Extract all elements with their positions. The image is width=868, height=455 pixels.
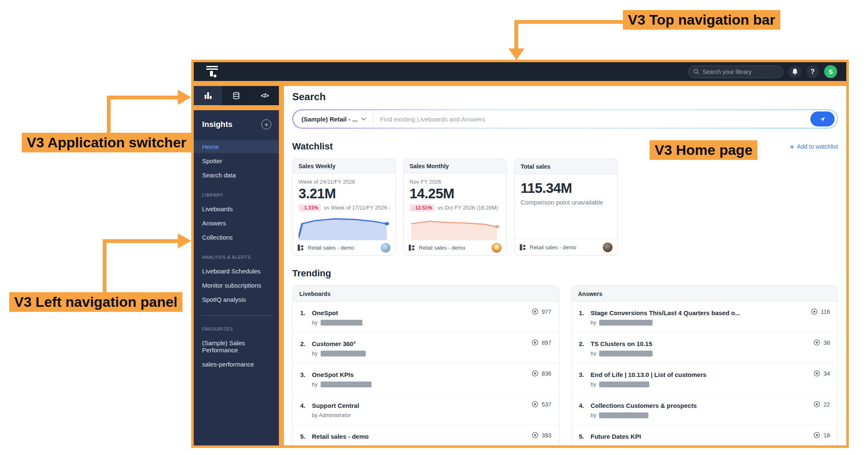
view-count: 897: [542, 339, 551, 346]
annotation-box-home: Search (Sample) Retail - ...: [281, 83, 849, 448]
annotation-arrow-leftnav-v: [103, 239, 106, 292]
app-tab-developer[interactable]: [251, 86, 279, 105]
view-count: 18: [823, 432, 830, 439]
sidebar-item-search-data[interactable]: Search data: [194, 169, 279, 182]
sidebar-item-answers[interactable]: Answers: [194, 217, 279, 230]
avatar-initial: S: [828, 68, 833, 75]
search-input[interactable]: [380, 116, 810, 123]
chevron-down-icon: [361, 117, 366, 121]
sidebar-section-analysis-alerts: ANALYSIS & ALERTS: [194, 255, 279, 260]
eye-icon: [531, 339, 539, 346]
sidebar-item-sample-sales-performance[interactable]: (Sample) Sales Performance: [194, 336, 279, 356]
redacted-author: [599, 412, 648, 418]
card-note: Comparison point unavailable: [521, 199, 612, 206]
author-avatar: [381, 243, 390, 253]
sidebar-title: Insights: [202, 120, 233, 129]
annotation-label-app-switcher: V3 Application switcher: [22, 133, 191, 152]
card-source: Retail sales - demo: [530, 244, 599, 250]
delta-badge: 12.51%: [410, 204, 435, 212]
card-value: 3.21M: [299, 186, 390, 202]
app-tab-data[interactable]: [222, 86, 251, 105]
search-section-heading: Search: [292, 91, 838, 103]
notifications-button[interactable]: [788, 65, 801, 78]
trending-list-item[interactable]: 5. Future Dates KPI 18: [572, 425, 838, 447]
card-compare: vs Week of 17/11/FY 2026 (3.26M): [324, 205, 390, 211]
thoughtspot-logo-icon[interactable]: [205, 65, 220, 78]
trending-list-item[interactable]: 2. Customer 360° 897 by: [293, 333, 559, 364]
delta-badge: 1.31%: [299, 204, 321, 212]
liveboard-icon: [298, 245, 304, 251]
search-icon: [693, 68, 699, 75]
eye-icon: [813, 401, 820, 408]
left-navigation-panel: Insights + Home Spotter Search data LIBR…: [194, 110, 279, 445]
database-icon: [233, 92, 240, 100]
watchlist-card-sales-weekly[interactable]: Sales Weekly Week of 24/11/FY 2026 3.21M…: [292, 159, 396, 255]
eye-icon: [531, 370, 539, 377]
liveboard-icon: [520, 244, 526, 250]
add-to-watchlist-label: Add to watchlist: [797, 143, 838, 150]
sidebar-item-collections[interactable]: Collections: [194, 231, 279, 244]
trending-list-item[interactable]: 4. Collections Customers & prospects 22 …: [572, 394, 838, 425]
view-count: 116: [821, 308, 830, 315]
card-value: 115.34M: [521, 180, 612, 196]
trending-answers-panel: Answers 1. Stage Conversions This/Last 4…: [571, 286, 838, 447]
card-compare: vs Oct FY 2026 (16.28M): [438, 205, 498, 211]
watchlist-card-total-sales[interactable]: Total sales 115.34M Comparison point una…: [514, 159, 618, 255]
help-button[interactable]: ?: [806, 65, 819, 78]
card-title: Total sales: [515, 159, 617, 174]
watchlist-card-sales-monthly[interactable]: Sales Monthly Nov FY 2026 14.25M 12.51% …: [403, 159, 507, 255]
library-search-box[interactable]: [688, 66, 783, 78]
datasource-selector[interactable]: (Sample) Retail - ...: [301, 116, 366, 123]
search-go-button[interactable]: [810, 111, 835, 126]
view-count: 977: [542, 308, 551, 315]
help-icon: ?: [811, 68, 815, 76]
user-avatar[interactable]: S: [824, 65, 837, 78]
add-new-button[interactable]: +: [261, 119, 271, 129]
app-tab-insights[interactable]: [194, 86, 222, 105]
redacted-author: [321, 351, 366, 356]
annotation-label-home-page: V3 Home page: [650, 140, 757, 160]
annotation-arrowhead-switcher: [178, 90, 191, 105]
trending-list-item[interactable]: 5. Retail sales - demo 393: [293, 425, 559, 447]
view-count: 22: [823, 401, 830, 408]
trending-list-item[interactable]: 4. Support Central 537 by Administrator: [293, 394, 559, 425]
annotation-arrow-leftnav-h: [103, 239, 180, 243]
redacted-author: [321, 320, 362, 326]
card-title: Sales Weekly: [293, 159, 395, 174]
trending-panels: Liveboards 1. OneSpot 977 by 2. Customer…: [292, 286, 838, 447]
card-period: Week of 24/11/FY 2026: [299, 179, 390, 185]
trending-list-item[interactable]: 1. Stage Conversions This/Last 4 Quarter…: [572, 302, 838, 333]
add-to-watchlist-button[interactable]: Add to watchlist: [790, 143, 838, 150]
sidebar-item-spotiq-analysis[interactable]: SpotIQ analysis: [194, 293, 279, 306]
sparkline-chart: [299, 216, 390, 240]
panel-title: Liveboards: [293, 286, 559, 302]
card-value: 14.25M: [410, 186, 501, 202]
sidebar-item-monitor-subscriptions[interactable]: Monitor subscriptions: [194, 279, 279, 292]
trending-list-item[interactable]: 2. TS Clusters on 10.15 38 by: [572, 333, 838, 364]
trending-list-item[interactable]: 3. OneSpot KPIs 836 by: [293, 364, 559, 394]
sidebar-item-home[interactable]: Home: [194, 140, 279, 153]
send-arrow-icon: [819, 116, 826, 123]
home-page: Search (Sample) Retail - ...: [284, 86, 846, 445]
trending-list-item[interactable]: 1. OneSpot 977 by: [293, 302, 559, 333]
sidebar-item-sales-performance[interactable]: sales-performance: [194, 358, 279, 371]
author-label: by Administrator: [312, 412, 351, 418]
redacted-author: [599, 320, 653, 326]
eye-icon: [813, 370, 820, 377]
sidebar-section-library: LIBRARY: [194, 192, 279, 197]
sidebar-item-liveboards[interactable]: Liveboards: [194, 202, 279, 215]
trending-list-item[interactable]: 3. End of Life | 10.13.0 | List of custo…: [572, 364, 838, 394]
eye-icon: [531, 401, 539, 408]
library-search-input[interactable]: [702, 68, 778, 75]
sidebar-item-spotter[interactable]: Spotter: [194, 154, 279, 167]
redacted-author: [599, 382, 649, 387]
searchbar-divider: [373, 114, 373, 124]
down-arrow-icon: [412, 205, 415, 211]
eye-icon: [531, 432, 539, 439]
eye-icon: [813, 432, 820, 439]
sidebar-item-liveboard-schedules[interactable]: Liveboard Schedules: [194, 265, 279, 278]
datasource-label: (Sample) Retail - ...: [301, 116, 357, 123]
annotation-box-leftnav: Insights + Home Spotter Search data LIBR…: [191, 108, 281, 448]
eye-icon: [531, 308, 539, 315]
eye-icon: [813, 339, 820, 346]
